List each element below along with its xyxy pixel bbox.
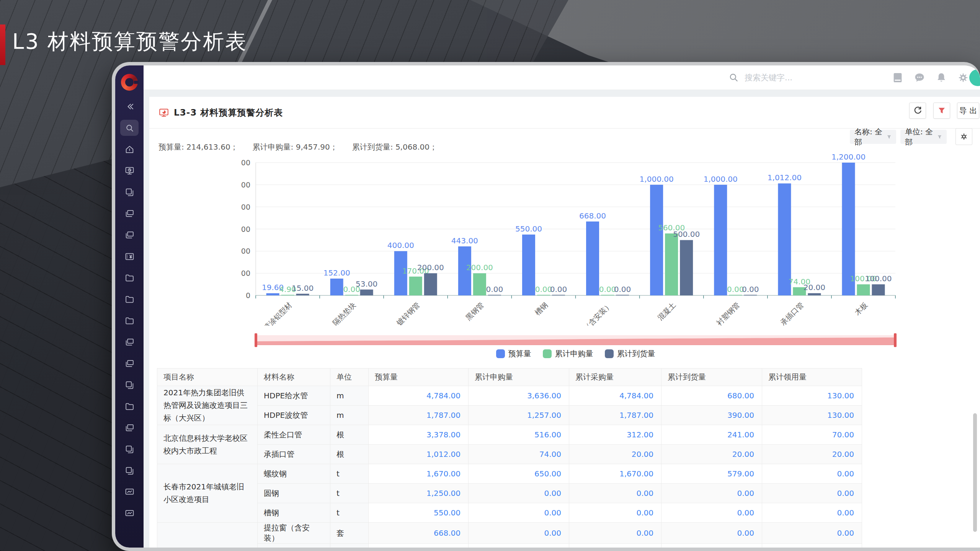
sidebar-item-winstack-6[interactable]: [120, 227, 139, 243]
bar-累计申购量-粉末喷涂铝型材[interactable]: [281, 295, 294, 296]
filter-button[interactable]: [933, 103, 950, 119]
value-cell[interactable]: 3,636.00: [469, 386, 569, 406]
bar-累计申购量-提拉窗（含安装）[interactable]: [601, 295, 614, 296]
sidebar-item-chartboard-18[interactable]: [120, 484, 139, 500]
value-cell[interactable]: 130.00: [762, 386, 862, 406]
sidebar-item-bill[interactable]: [120, 248, 139, 264]
value-cell[interactable]: 0.00: [762, 464, 862, 484]
bar-累计到货量-镀锌钢管[interactable]: [424, 273, 437, 295]
value-cell[interactable]: 4,784.00: [569, 386, 662, 406]
value-cell[interactable]: 70.00: [762, 425, 862, 445]
value-cell[interactable]: 0.00: [469, 523, 569, 544]
bar-累计申购量-混凝土[interactable]: [665, 233, 678, 295]
value-cell[interactable]: 680.00: [662, 386, 762, 406]
bar-累计到货量-黑钢管[interactable]: [488, 295, 501, 296]
bar-累计到货量-混凝土[interactable]: [680, 240, 693, 295]
sidebar-item-copy-4[interactable]: [120, 184, 139, 200]
bell-icon[interactable]: [936, 72, 947, 83]
bar-累计到货量-粉末喷涂铝型材[interactable]: [296, 294, 309, 295]
value-cell[interactable]: 0.00: [469, 484, 569, 503]
value-cell[interactable]: 1,787.00: [369, 406, 469, 425]
table-settings-button[interactable]: [956, 128, 972, 145]
export-button[interactable]: 导 出: [957, 103, 979, 119]
value-cell[interactable]: 516.00: [469, 425, 569, 445]
sidebar-item-search[interactable]: [120, 120, 139, 136]
legend-item-累计到货量[interactable]: 累计到货量: [605, 349, 655, 359]
sidebar-item-copy-13[interactable]: [120, 377, 139, 393]
sidebar-item-dashboard[interactable]: [120, 163, 139, 179]
sidebar-item-winstack-11[interactable]: [120, 334, 139, 350]
manual-icon[interactable]: [892, 72, 903, 83]
sidebar-item-folder-9[interactable]: [120, 291, 139, 307]
value-cell[interactable]: 668.00: [369, 523, 469, 544]
value-cell[interactable]: 20.00: [762, 445, 862, 464]
value-cell[interactable]: 0.00: [762, 503, 862, 523]
bar-累计到货量-隔热垫块[interactable]: [360, 290, 373, 295]
vertical-scrollbar-thumb[interactable]: [973, 413, 977, 532]
app-logo[interactable]: [121, 74, 138, 91]
bar-预算量-槽钢[interactable]: [522, 235, 535, 295]
value-cell[interactable]: 0.00: [662, 484, 762, 503]
value-cell[interactable]: 74.00: [469, 445, 569, 464]
bar-预算量-混凝土[interactable]: [650, 185, 663, 295]
bar-预算量-隔热垫块[interactable]: [330, 279, 343, 295]
sidebar-item-copy-17[interactable]: [120, 463, 139, 479]
value-cell[interactable]: 1,670.00: [569, 464, 662, 484]
bar-累计申购量-木板[interactable]: [857, 284, 870, 295]
settings-icon[interactable]: [957, 72, 969, 83]
bar-累计到货量-槽钢[interactable]: [552, 295, 565, 296]
bar-累计申购量-槽钢[interactable]: [537, 295, 550, 296]
value-cell[interactable]: 1,787.00: [569, 406, 662, 425]
value-cell[interactable]: 650.00: [469, 464, 569, 484]
sidebar-item-copy-16[interactable]: [120, 441, 139, 457]
sidebar-item-folder-14[interactable]: [120, 398, 139, 414]
sidebar-item-chartboard-19[interactable]: [120, 505, 139, 522]
value-cell[interactable]: 1,257.00: [469, 406, 569, 425]
bar-累计申购量-隔热垫块[interactable]: [345, 295, 358, 296]
value-cell[interactable]: 1,012.00: [369, 445, 469, 464]
sidebar-item-collapse[interactable]: [120, 98, 139, 114]
value-cell[interactable]: 0.00: [569, 523, 662, 544]
legend-item-累计申购量[interactable]: 累计申购量: [543, 349, 593, 359]
sidebar-item-winstack-15[interactable]: [120, 420, 139, 436]
bar-累计申购量-衬塑钢管[interactable]: [729, 295, 742, 296]
value-cell[interactable]: 550.00: [369, 503, 469, 523]
value-cell[interactable]: 0.00: [569, 484, 662, 503]
bar-累计到货量-提拉窗（含安装）[interactable]: [616, 295, 629, 296]
bar-累计到货量-承插口管[interactable]: [808, 293, 821, 295]
value-cell[interactable]: 0.00: [762, 523, 862, 544]
sidebar-item-winstack-12[interactable]: [120, 355, 139, 372]
message-icon[interactable]: [914, 72, 925, 83]
filter-chip-name[interactable]: 名称: 全部: [850, 130, 896, 144]
filter-chip-unit[interactable]: 单位: 全部: [900, 130, 947, 144]
datazoom-handle-left[interactable]: [255, 333, 257, 347]
value-cell[interactable]: 0.00: [569, 503, 662, 523]
value-cell[interactable]: 579.00: [662, 464, 762, 484]
legend-item-预算量[interactable]: 预算量: [496, 349, 531, 359]
search-input[interactable]: 搜索关键字...: [745, 72, 792, 83]
refresh-button[interactable]: [909, 103, 926, 119]
value-cell[interactable]: 4,784.00: [369, 386, 469, 406]
user-avatar[interactable]: [969, 69, 980, 86]
bar-预算量-提拉窗（含安装）[interactable]: [586, 222, 599, 295]
value-cell[interactable]: 3,378.00: [369, 425, 469, 445]
sidebar-item-home[interactable]: [120, 141, 139, 157]
bar-累计申购量-黑钢管[interactable]: [473, 273, 486, 295]
bar-累计到货量-木板[interactable]: [872, 284, 885, 295]
bar-预算量-衬塑钢管[interactable]: [714, 185, 727, 295]
sidebar-item-folder-8[interactable]: [120, 270, 139, 286]
value-cell[interactable]: 0.00: [762, 484, 862, 503]
value-cell[interactable]: 390.00: [662, 406, 762, 425]
datazoom-handle-right[interactable]: [894, 333, 897, 347]
value-cell[interactable]: 1,250.00: [369, 484, 469, 503]
bar-累计到货量-衬塑钢管[interactable]: [744, 295, 757, 296]
value-cell[interactable]: 1,670.00: [369, 464, 469, 484]
bar-累计申购量-镀锌钢管[interactable]: [409, 277, 422, 295]
bar-预算量-粉末喷涂铝型材[interactable]: [266, 293, 279, 295]
value-cell[interactable]: 20.00: [569, 445, 662, 464]
value-cell[interactable]: 241.00: [662, 425, 762, 445]
search-icon[interactable]: [728, 72, 739, 83]
value-cell[interactable]: 130.00: [762, 406, 862, 425]
sidebar-item-winstack-5[interactable]: [120, 205, 139, 222]
value-cell[interactable]: 0.00: [662, 503, 762, 523]
